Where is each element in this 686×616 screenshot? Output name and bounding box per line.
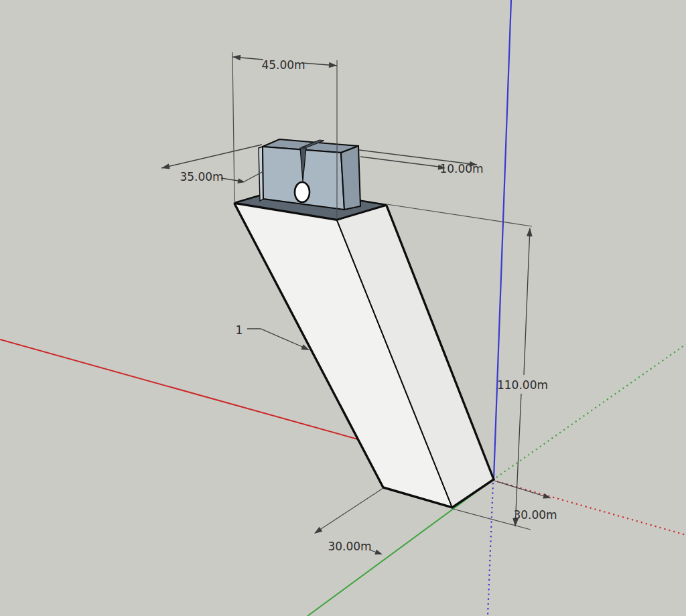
dim-110m-label[interactable]: 110.00m — [497, 378, 548, 392]
block-hole[interactable] — [295, 182, 310, 202]
dim-35m-label[interactable]: 35.00m — [180, 170, 223, 183]
dim-45m-label[interactable]: 45.00m — [261, 58, 305, 72]
dim-10m-label[interactable]: 10.00m — [439, 162, 483, 175]
block-right-face[interactable] — [341, 146, 360, 210]
dim-30m-left-label[interactable]: 30.00m — [328, 540, 371, 553]
leader-1-label[interactable]: 1 — [236, 323, 243, 337]
viewport-3d[interactable]: 45.00m 35.00m 10.00m 110.00m 30.00m — [0, 0, 686, 616]
dim-30m-right-label[interactable]: 30.00m — [513, 508, 557, 522]
